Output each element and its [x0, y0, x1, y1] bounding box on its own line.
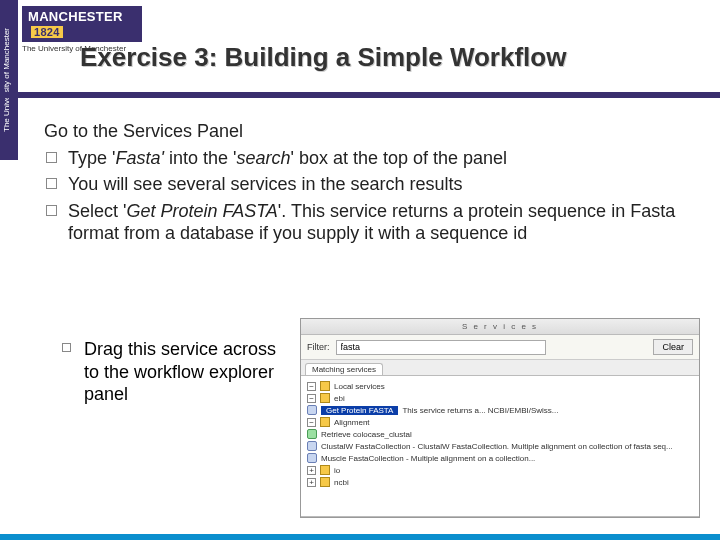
expander-icon[interactable]: +: [307, 466, 316, 475]
bullet-3-em: Get Protein FASTA: [126, 201, 277, 221]
bullet-1-em-b: search: [236, 148, 290, 168]
folder-icon: [320, 465, 330, 475]
tree-row-io[interactable]: + io: [307, 464, 693, 476]
title-rule: [0, 92, 720, 98]
bullet-1-text-c: ' box at the top of the panel: [290, 148, 507, 168]
services-panel: S e r v i c e s Filter: Clear Matching s…: [300, 318, 700, 518]
expander-icon[interactable]: −: [307, 382, 316, 391]
lead-line: Go to the Services Panel: [44, 120, 684, 143]
footer-bar: [0, 534, 720, 540]
tree-label: Local services: [334, 382, 385, 391]
panel-title: S e r v i c e s: [301, 319, 699, 335]
expander-icon[interactable]: −: [307, 418, 316, 427]
tree-row-clustalw[interactable]: ClustalW FastaCollection - ClustalW Fast…: [307, 440, 693, 452]
logo-main: MANCHESTER 1824: [22, 6, 142, 42]
filter-input[interactable]: [336, 340, 546, 355]
expander-icon[interactable]: +: [307, 478, 316, 487]
brand-sidebar: The University of Manchester: [0, 0, 18, 160]
expander-icon[interactable]: −: [307, 394, 316, 403]
tree-label-selected: Get Protein FASTA: [321, 406, 398, 415]
tree-label: Muscle FastaCollection - Multiple alignm…: [321, 454, 535, 463]
bullet-2: You will see several services in the sea…: [68, 173, 684, 196]
logo-year: 1824: [31, 26, 63, 38]
folder-icon: [320, 381, 330, 391]
db-icon: [307, 429, 317, 439]
filter-label: Filter:: [307, 342, 330, 352]
bullet-1-em-a: Fasta': [115, 148, 163, 168]
tree-label-desc: This service returns a... NCBI/EMBI/Swis…: [402, 406, 558, 415]
folder-icon: [320, 477, 330, 487]
clear-button[interactable]: Clear: [653, 339, 693, 355]
tree-row-get-protein-fasta[interactable]: Get Protein FASTA This service returns a…: [307, 404, 693, 416]
panel-footer-tabs: Available workflows: [301, 516, 699, 518]
service-icon: [307, 453, 317, 463]
tree-row-ncbi[interactable]: + ncbi: [307, 476, 693, 488]
page-title: Exercise 3: Building a Simple Workflow: [80, 42, 680, 73]
folder-icon: [320, 393, 330, 403]
service-icon: [307, 405, 317, 415]
bullet-3-text-a: Select ': [68, 201, 126, 221]
tree-row-muscle[interactable]: Muscle FastaCollection - Multiple alignm…: [307, 452, 693, 464]
bullet-1-text-b: into the ': [164, 148, 236, 168]
tree-row-local[interactable]: − Local services: [307, 380, 693, 392]
service-icon: [307, 441, 317, 451]
tree-label: Retrieve colocase_clustal: [321, 430, 412, 439]
body-text: Go to the Services Panel Type 'Fasta' in…: [44, 120, 684, 249]
bullet-1-text-a: Type ': [68, 148, 115, 168]
services-tree[interactable]: − Local services − ebi Get Protein FASTA…: [301, 376, 699, 516]
tree-row-ebi[interactable]: − ebi: [307, 392, 693, 404]
panel-tabs: Matching services: [301, 360, 699, 376]
tree-label: ClustalW FastaCollection - ClustalW Fast…: [321, 442, 673, 451]
tree-label: io: [334, 466, 340, 475]
panel-filter-row: Filter: Clear: [301, 335, 699, 360]
tree-label: Alignment: [334, 418, 370, 427]
tree-label: ncbi: [334, 478, 349, 487]
bullet-1: Type 'Fasta' into the 'search' box at th…: [68, 147, 684, 170]
folder-icon: [320, 417, 330, 427]
tree-label: ebi: [334, 394, 345, 403]
bullet-list: Type 'Fasta' into the 'search' box at th…: [44, 147, 684, 245]
tab-matching-services[interactable]: Matching services: [305, 363, 383, 375]
tree-row-alignment[interactable]: − Alignment: [307, 416, 693, 428]
bullet-square-icon: [62, 343, 71, 352]
tree-row-retrieve[interactable]: Retrieve colocase_clustal: [307, 428, 693, 440]
logo-text: MANCHESTER: [28, 9, 123, 24]
drag-bullet: Drag this service across to the workflow…: [54, 338, 284, 406]
drag-text: Drag this service across to the workflow…: [84, 339, 276, 404]
slide: The University of Manchester MANCHESTER …: [0, 0, 720, 540]
bullet-3: Select 'Get Protein FASTA'. This service…: [68, 200, 684, 245]
